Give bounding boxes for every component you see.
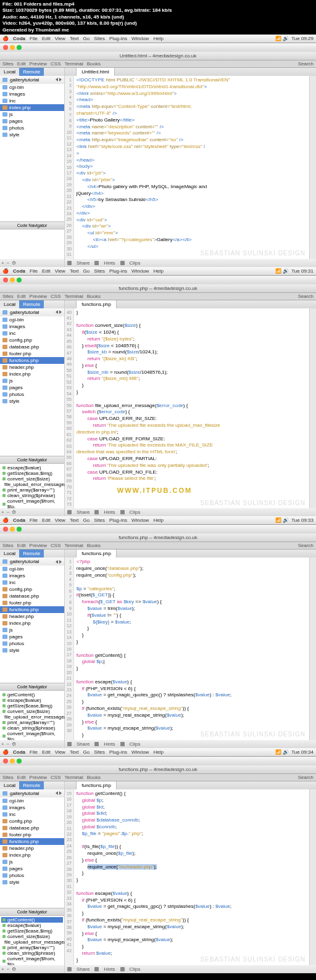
folder-icon xyxy=(2,78,7,82)
close-button[interactable] xyxy=(3,45,8,50)
pane-3: 🍎CodaFileEditViewTextGoSitesPlug-insWind… xyxy=(0,516,316,748)
list-item[interactable]: js xyxy=(0,111,64,118)
list-item[interactable]: cgi-bin xyxy=(0,316,64,323)
menu-plugins[interactable]: Plug-ins xyxy=(109,36,127,41)
scrollbar[interactable] xyxy=(309,76,316,259)
menu-text[interactable]: Text xyxy=(70,36,79,41)
file-info-header: File: 001 Folders and files.mp4 Size: 10… xyxy=(0,0,316,35)
tab-sites[interactable]: Sites xyxy=(2,61,14,67)
pane-1: 🍎 Coda File Edit View Text Go Sites Plug… xyxy=(0,35,316,267)
sidebar-footer: +−⚙ xyxy=(0,259,64,267)
tab-books[interactable]: Books xyxy=(87,61,101,67)
file-list: cgi-bin images inc index.php js pages ph… xyxy=(0,84,64,221)
list-item[interactable]: functions.php xyxy=(0,357,64,364)
list-item[interactable]: inc xyxy=(0,330,64,337)
editor-tab-blank[interactable] xyxy=(65,68,77,76)
list-item[interactable]: js xyxy=(0,377,64,384)
list-item[interactable]: database.php xyxy=(0,344,64,350)
code-area[interactable]: function getContent() { global $p; globa… xyxy=(74,789,309,965)
nav-fn[interactable]: print_array($array="") xyxy=(1,487,63,493)
nav-fn[interactable]: escape($value) xyxy=(1,465,63,471)
list-item[interactable]: images xyxy=(0,323,64,330)
menu-go[interactable]: Go xyxy=(83,36,90,41)
menu-edit[interactable]: Edit xyxy=(42,36,51,41)
remove-icon[interactable]: − xyxy=(7,260,10,266)
window-title: Untitled.html – 4mediadesign.co.uk xyxy=(0,52,316,60)
tab-edit[interactable]: Edit xyxy=(17,61,26,67)
list-item[interactable]: cgi-bin xyxy=(0,84,64,91)
list-item[interactable]: pages xyxy=(0,118,64,125)
list-item[interactable]: images xyxy=(0,91,64,97)
menu-file[interactable]: File xyxy=(30,36,38,41)
search-field[interactable]: Search xyxy=(298,61,314,67)
code-area[interactable]: } function convert_size($size) { if($siz… xyxy=(74,308,309,509)
list-item[interactable]: config.php xyxy=(0,337,64,344)
menu-window[interactable]: Window xyxy=(131,36,149,41)
tab-preview[interactable]: Preview xyxy=(30,61,47,67)
breadcrumb[interactable]: gallerytutorial xyxy=(0,76,64,84)
watermark: SEBASTIAN SULINSKI DESIGN xyxy=(200,249,306,258)
menu-view[interactable]: View xyxy=(55,36,65,41)
list-item[interactable]: index.php xyxy=(0,104,64,111)
line-gutter: 1234567891011121314151617181920212223242… xyxy=(65,76,74,259)
nav-fn[interactable]: convert_size($size) xyxy=(1,476,63,482)
list-item[interactable]: style xyxy=(0,131,64,138)
system-tray: 📶 🔊 Tue 09:29 xyxy=(275,36,314,41)
nav-fwd-icon[interactable] xyxy=(59,78,62,81)
sidebar: LocalRemote gallerytutorial cgi-bin imag… xyxy=(0,68,65,267)
remote-tab[interactable]: Remote xyxy=(19,68,44,76)
editor-footer: ShareHintsClips xyxy=(65,259,316,267)
pane-4: 🍎CodaFileEditViewTextGoSitesPlug-insWind… xyxy=(0,748,316,973)
mode-tabs: Sites Edit Preview CSS Terminal Books Se… xyxy=(0,60,316,68)
list-item[interactable]: index.php xyxy=(0,371,64,377)
pane-2: 🍎CodaFileEditViewTextGoSitesPlug-insWind… xyxy=(0,267,316,517)
nav-fn[interactable]: clean_string($phrase) xyxy=(1,493,63,498)
app-menu[interactable]: Coda xyxy=(13,36,25,41)
list-item[interactable]: style xyxy=(0,398,64,405)
code-navigator-label: Code Navigator xyxy=(0,221,64,229)
action-icon[interactable]: ⚙ xyxy=(12,260,16,266)
apple-icon[interactable]: 🍎 xyxy=(2,36,9,41)
code-area[interactable]: <!DOCTYPE html PUBLIC "-//W3C//DTD XHTML… xyxy=(74,76,309,259)
tab-css[interactable]: CSS xyxy=(51,61,60,67)
minimize-button[interactable] xyxy=(10,45,15,50)
list-item[interactable]: header.php xyxy=(0,364,64,371)
menu-help[interactable]: Help xyxy=(153,36,163,41)
list-item[interactable]: pages xyxy=(0,384,64,391)
nav-back-icon[interactable] xyxy=(56,78,58,81)
tab-terminal[interactable]: Terminal xyxy=(65,61,83,67)
list-item[interactable]: photos xyxy=(0,125,64,131)
menu-sites[interactable]: Sites xyxy=(94,36,105,41)
editor-tab[interactable]: Untitled.html xyxy=(77,68,114,76)
nav-fn[interactable]: getSize($case,$img) xyxy=(1,471,63,476)
list-item[interactable]: photos xyxy=(0,391,64,398)
local-tab[interactable]: Local xyxy=(0,68,19,76)
code-area[interactable]: <?php require_once("database.php"); requ… xyxy=(74,558,309,740)
window-controls xyxy=(0,43,316,52)
zoom-button[interactable] xyxy=(17,45,22,50)
nav-fn[interactable]: file_upload_error_message( xyxy=(1,482,63,487)
mac-menubar: 🍎 Coda File Edit View Text Go Sites Plug… xyxy=(0,35,316,43)
list-item[interactable]: footer.php xyxy=(0,350,64,357)
add-icon[interactable]: + xyxy=(1,260,4,266)
list-item[interactable]: inc xyxy=(0,97,64,104)
